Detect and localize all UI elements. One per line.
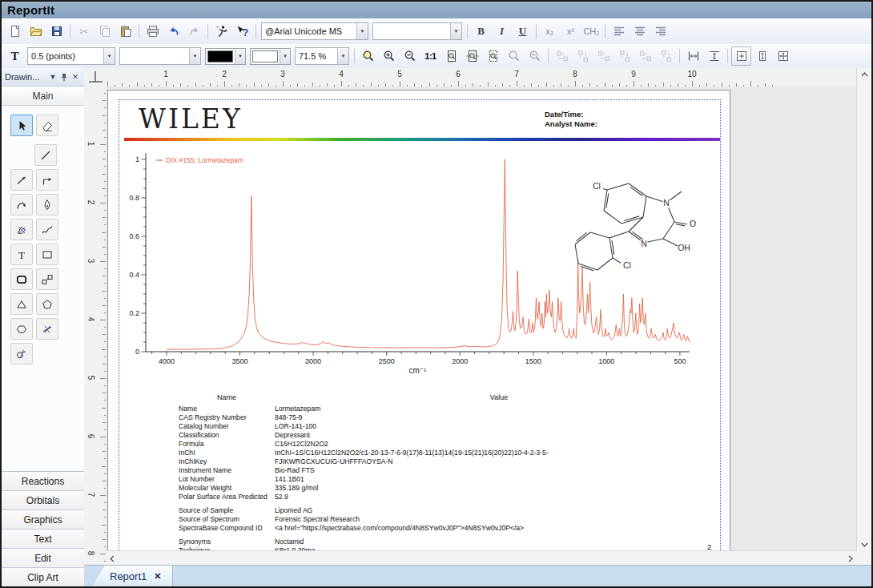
chevron-down-icon[interactable]: ▼ — [356, 23, 368, 39]
paste-button[interactable] — [115, 22, 135, 41]
zoom-level-combo[interactable]: 71.5 %▼ — [295, 47, 349, 65]
tab-report1[interactable]: Report1 ✕ — [92, 566, 173, 586]
chevron-down-icon[interactable]: ▼ — [337, 48, 348, 64]
pen-tool[interactable] — [36, 194, 58, 215]
rectangle-tool[interactable] — [36, 244, 58, 265]
analyst-name-label[interactable]: Analyst Name: — [545, 119, 597, 128]
save-button[interactable] — [46, 22, 66, 41]
space-equal-v-button[interactable] — [704, 46, 724, 66]
linked-shapes-tool[interactable] — [36, 268, 58, 290]
font-family-combo[interactable]: @Arial Unicode MS▼ — [261, 22, 368, 40]
scroll-down-icon[interactable] — [857, 538, 871, 551]
distribute-v-button[interactable] — [656, 46, 676, 66]
subscript-button[interactable]: x₂ — [540, 22, 560, 41]
vertical-scrollbar[interactable] — [856, 68, 871, 551]
close-icon[interactable]: ✕ — [70, 71, 81, 83]
horizontal-scroll bar[interactable] — [106, 550, 857, 566]
new-document-button[interactable] — [5, 22, 25, 41]
redo-button[interactable] — [184, 22, 204, 41]
scroll-up-icon[interactable] — [857, 68, 871, 81]
align-objects-center-button[interactable] — [573, 46, 593, 66]
chevron-down-icon[interactable]: ▼ — [47, 71, 58, 83]
fit-width-button[interactable] — [462, 46, 482, 66]
sidebar-item-graphics[interactable]: Graphics — [2, 510, 84, 530]
hexagon-tool[interactable] — [10, 318, 33, 340]
text-tool[interactable]: T — [10, 244, 33, 265]
italic-button[interactable]: I — [492, 22, 512, 41]
line-tool[interactable] — [34, 144, 57, 166]
scroll-left-icon[interactable] — [106, 551, 119, 566]
chevron-down-icon[interactable]: ▼ — [280, 49, 290, 64]
fit-both-button[interactable] — [773, 46, 793, 66]
sidebar-item-orbitals[interactable]: Orbitals — [2, 491, 84, 510]
underline-button[interactable]: U — [513, 22, 533, 41]
sidebar-item-clip-art[interactable]: Clip Art — [2, 568, 84, 586]
crossed-bond-tool[interactable] — [36, 318, 58, 340]
context-help-button[interactable]: ? — [232, 22, 252, 41]
sidebar-section-main[interactable]: Main — [2, 87, 84, 106]
molecule-structure[interactable]: ClNOOHNCl — [561, 167, 718, 280]
chevron-down-icon[interactable]: ▼ — [189, 48, 200, 64]
align-right-button[interactable] — [650, 22, 670, 41]
distribute-h-button[interactable] — [635, 46, 655, 66]
copy-button[interactable] — [95, 22, 115, 41]
font-size-combo[interactable]: ▼ — [372, 22, 462, 40]
fill-color-swatch[interactable]: ▼ — [250, 48, 291, 65]
open-button[interactable] — [26, 22, 46, 41]
zoom-previous-button[interactable] — [504, 46, 524, 66]
cut-button[interactable]: ✂ — [74, 22, 94, 41]
align-objects-top-button[interactable] — [614, 46, 634, 66]
pin-icon[interactable] — [58, 71, 70, 83]
freehand-tool[interactable] — [36, 219, 58, 240]
sidebar-item-edit[interactable]: Edit — [2, 549, 84, 568]
arrow-tool[interactable] — [10, 169, 33, 191]
chevron-down-icon[interactable]: ▼ — [103, 48, 115, 64]
elbow-arrow-tool[interactable] — [36, 169, 58, 191]
zoom-out-button[interactable] — [400, 46, 420, 66]
space-equal-h-button[interactable] — [683, 46, 703, 66]
pentagon-tool[interactable] — [36, 293, 58, 315]
compound-info-table[interactable]: NameValueNameLormetazepamCAS Registry Nu… — [179, 393, 723, 551]
scroll-right-icon[interactable] — [844, 551, 857, 566]
line-style-combo[interactable]: ▼ — [119, 47, 201, 65]
date-time-label[interactable]: Date/Time: — [545, 110, 583, 119]
text-size-button[interactable]: T — [5, 46, 25, 66]
align-objects-right-button[interactable] — [593, 46, 614, 66]
eraser-tool[interactable] — [36, 115, 58, 136]
stroke-width-combo[interactable]: 0.5 (points)▼ — [27, 47, 115, 65]
document-viewport[interactable]: WILEY Date/Time: Analyst Name: 400035003… — [106, 87, 857, 551]
bold-button[interactable]: B — [471, 22, 491, 41]
table-cell-value: Forensic Spectral Research — [275, 515, 723, 524]
align-objects-left-button[interactable] — [552, 46, 572, 66]
run-tool-button[interactable] — [211, 22, 231, 41]
chem-format-button[interactable]: CH₂ — [581, 22, 601, 41]
superscript-button[interactable]: x² — [561, 22, 581, 41]
actual-size-button[interactable]: 1:1 — [420, 46, 441, 66]
zoom-out-alt-button[interactable] — [525, 46, 545, 66]
print-button[interactable] — [143, 22, 163, 41]
line-color-swatch[interactable]: ▼ — [205, 48, 246, 65]
fit-height-button[interactable] — [752, 46, 772, 66]
report-page[interactable]: WILEY Date/Time: Analyst Name: 400035003… — [107, 90, 730, 551]
fit-selection-button[interactable] — [483, 46, 503, 66]
zoom-area-button[interactable] — [358, 46, 378, 66]
ring-strike-tool[interactable] — [10, 343, 33, 364]
select-tool[interactable] — [10, 115, 33, 136]
sidebar-item-reactions[interactable]: Reactions — [2, 472, 84, 491]
tab-close-icon[interactable]: ✕ — [154, 571, 161, 582]
triangle-tool[interactable] — [10, 293, 33, 315]
sidebar-item-text[interactable]: Text — [2, 530, 84, 549]
chevron-down-icon[interactable]: ▼ — [235, 49, 245, 64]
chevron-down-icon[interactable]: ▼ — [450, 23, 461, 39]
wiley-logo[interactable]: WILEY — [139, 103, 243, 135]
fit-page-button[interactable] — [441, 46, 461, 66]
polygon-arrow-tool[interactable] — [10, 219, 33, 240]
align-center-button[interactable] — [630, 22, 650, 41]
zoom-in-button[interactable] — [379, 46, 399, 66]
rounded-rectangle-tool[interactable] — [10, 268, 33, 290]
align-left-button[interactable] — [609, 22, 629, 41]
center-on-page-button[interactable] — [731, 46, 751, 66]
svg-text:?: ? — [242, 27, 247, 38]
arc-arrow-tool[interactable] — [10, 194, 33, 215]
undo-button[interactable] — [163, 22, 183, 41]
